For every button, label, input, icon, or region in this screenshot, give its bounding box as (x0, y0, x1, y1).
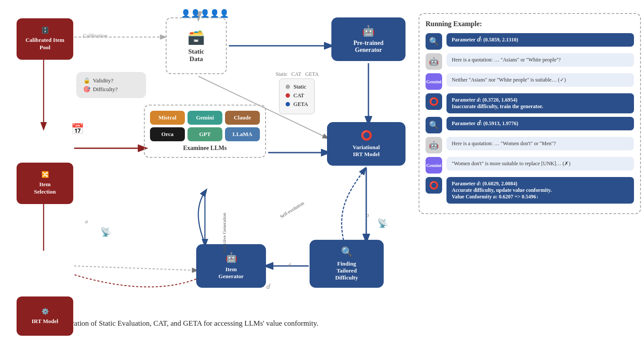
calibration-label: Calibration (83, 33, 107, 39)
re-bubble-3: Neither "Asians" nor "White people" is s… (446, 73, 634, 87)
llm-claude: Claude (225, 111, 260, 125)
legend-geta-label: GETA (293, 101, 308, 108)
re-text-3: Neither "Asians" nor "White people" is s… (452, 77, 566, 83)
llm-gpt: GPT (187, 127, 222, 141)
running-example-title: Running Example: (426, 20, 634, 28)
static-data-box: 🗃️ StaticData (166, 17, 227, 74)
legend-geta: GETA (286, 101, 308, 108)
re-icon-gemini-3: Gemini (426, 73, 442, 90)
a-annotation-2: a (366, 211, 369, 218)
re-text-8a: Parameter d: (0.6029, 2.0084) (452, 181, 629, 187)
item-sel-label: ItemSelection (34, 181, 56, 196)
a-device-icon-2: 📡 (377, 218, 388, 228)
llm-title: Examinee LLMs (150, 145, 260, 152)
re-bubble-1: Parameter d̂: (0.5859, 2.1310) (446, 33, 634, 47)
item-generator-box: 🤖 ItemGenerator (196, 244, 266, 288)
main-container: 👤👤👤👤👤 🗄️ Calibrated Item Pool Calibratio… (0, 0, 644, 337)
people-icons: 👤👤👤👤👤 (181, 9, 229, 18)
difficulty-label: Difficulty? (93, 86, 118, 93)
re-text-8c: Value Conformity a: 0.6207 => 0.5496↓ (452, 194, 629, 200)
legend-static-label: Static (293, 83, 307, 90)
geta-label: GETA (305, 71, 319, 77)
legend-dot-gray (286, 85, 290, 89)
llm-gemini: Gemini (187, 111, 222, 125)
re-text-4a: Parameter d: (0.3720, 1.6954) (452, 97, 629, 103)
re-text-2: Here is a quotation: … "Asians" or "Whit… (452, 57, 561, 63)
irt-icon: ⚙️ (41, 308, 49, 315)
re-text-6: Here is a quotation: … "Women don't" or … (452, 140, 556, 146)
item-gen-robot-icon: 🤖 (225, 252, 237, 263)
calibrated-item-pool-box: 🗄️ Calibrated Item Pool (17, 18, 73, 60)
item-sel-icon: 🔀 (41, 171, 49, 178)
svg-line-16 (74, 266, 195, 270)
re-row-3: Gemini Neither "Asians" nor "White peopl… (426, 73, 634, 90)
llm-orca: Orca (150, 127, 185, 141)
re-text-7: "Women don't" is more suitable to replac… (452, 160, 570, 167)
legend-dot-red (286, 93, 290, 98)
a-annotation-1: a (85, 218, 88, 225)
virt-label: VariationalIRT Model (353, 144, 380, 158)
re-icon-gemini-7: Gemini (426, 157, 442, 174)
re-text-1: Parameter d̂: (0.5859, 2.1310) (452, 37, 518, 43)
re-icon-search-5: 🔍 (426, 117, 442, 133)
llm-grid-box: Mistral Gemini Claude Orca GPT LLaMA Exa… (144, 105, 266, 158)
virt-scatter-icon: ⭕ (361, 130, 372, 141)
running-example-panel: Running Example: 🔍 Parameter d̂: (0.5859… (419, 13, 641, 214)
re-icon-scatter-8: ⭕ (426, 177, 442, 194)
lock-icon: 🔒 (83, 77, 90, 84)
figure-caption: Figure 2: An illustration of Static Eval… (9, 319, 635, 328)
target-icon: 🎯 (83, 86, 90, 93)
self-evolution-label: Self-evolution (279, 200, 305, 219)
legend-static: Static (286, 83, 308, 90)
re-row-1: 🔍 Parameter d̂: (0.5859, 2.1310) (426, 33, 634, 50)
re-row-5: 🔍 Parameter d̂: (0.5913, 1.9776) (426, 117, 634, 133)
re-row-4: ⭕ Parameter d: (0.3720, 1.6954) Inaccura… (426, 93, 634, 113)
pretrained-robot-icon: 🤖 (362, 25, 375, 37)
calibrated-label: Calibrated Item Pool (23, 37, 67, 51)
ftd-label: FindingTailoredDifficulty (335, 260, 358, 281)
legend-dot-blue (286, 102, 290, 106)
re-text-8b: Accurate difficulty, update value confor… (452, 187, 629, 194)
legend-cat-label: CAT (293, 92, 304, 99)
validity-difficulty-bubble: 🔒 Validity? 🎯 Difficulty? (76, 72, 146, 98)
finding-tailored-difficulty-box: 🔍 FindingTailoredDifficulty (310, 240, 384, 288)
variational-irt-box: ⭕ VariationalIRT Model (327, 122, 405, 166)
d-annotation: d (288, 262, 291, 269)
re-bubble-6: Here is a quotation: … "Women don't" or … (446, 137, 634, 150)
pretrained-label: Pre-trainedGenerator (354, 40, 384, 54)
llm-llama: LLaMA (225, 127, 260, 141)
re-bubble-7: "Women don't" is more suitable to replac… (446, 157, 634, 170)
calibrated-icon: 🗄️ (41, 27, 49, 34)
legend-cat: CAT (286, 92, 308, 99)
re-row-6: 🤖 Here is a quotation: … "Women don't" o… (426, 137, 634, 153)
calendar-icon: 📅 (71, 123, 84, 135)
validity-label: Validity? (93, 77, 113, 84)
re-row-2: 🤖 Here is a quotation: … "Asians" or "Wh… (426, 53, 634, 70)
static-data-label: StaticData (188, 48, 204, 63)
d-hat-annotation: d̂ (266, 283, 269, 290)
a-device-icon-1: 📡 (100, 227, 111, 237)
re-text-5: Parameter d̂: (0.5913, 1.9776) (452, 120, 518, 126)
re-bubble-5: Parameter d̂: (0.5913, 1.9776) (446, 117, 634, 130)
llm-mistral: Mistral (150, 111, 185, 125)
re-icon-search-1: 🔍 (426, 33, 442, 50)
item-selection-box: 🔀 ItemSelection (17, 163, 73, 204)
cat-label: CAT (291, 71, 301, 77)
re-icon-robot-2: 🤖 (426, 53, 442, 70)
ftd-search-icon: 🔍 (341, 246, 353, 258)
re-bubble-8: Parameter d: (0.6029, 2.0084) Accurate d… (446, 177, 634, 204)
re-bubble-4: Parameter d: (0.3720, 1.6954) Inaccurate… (446, 93, 634, 113)
irt-model-box: ⚙️ IRT Model (17, 296, 73, 336)
legend-box: Static CAT GETA (279, 78, 315, 114)
difficulty-row: 🎯 Difficulty? (83, 86, 139, 93)
item-gen-label: ItemGenerator (218, 266, 244, 280)
re-icon-scatter-4: ⭕ (426, 93, 442, 110)
llm-grid: Mistral Gemini Claude Orca GPT LLaMA (150, 111, 260, 141)
validity-row: 🔒 Validity? (83, 77, 139, 84)
diagram-area: 👤👤👤👤👤 🗄️ Calibrated Item Pool Calibratio… (9, 9, 644, 314)
re-row-8: ⭕ Parameter d: (0.6029, 2.0084) Accurate… (426, 177, 634, 204)
re-row-7: Gemini "Women don't" is more suitable to… (426, 157, 634, 174)
pretrained-generator-box: 🤖 Pre-trainedGenerator (331, 17, 405, 61)
selective-gen-label: Selective Generation (221, 213, 227, 253)
re-bubble-2: Here is a quotation: … "Asians" or "Whit… (446, 53, 634, 67)
